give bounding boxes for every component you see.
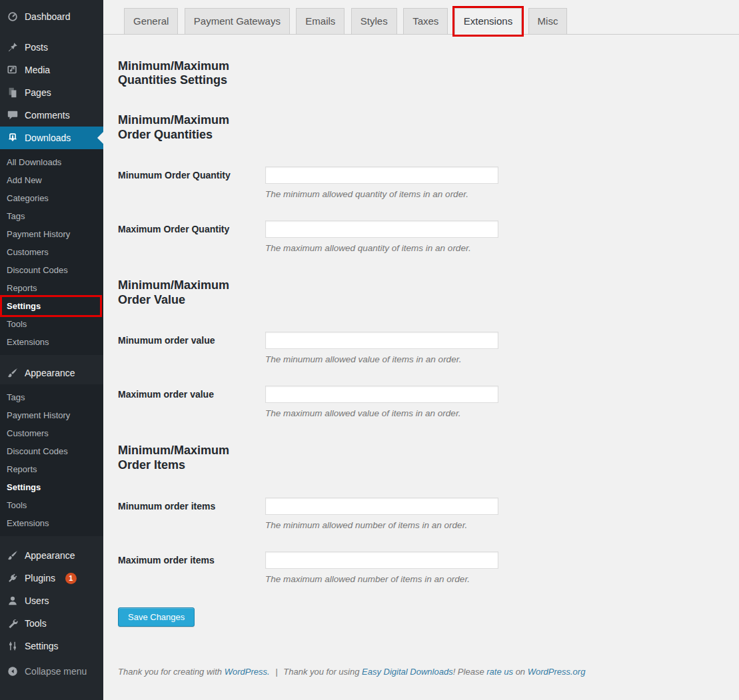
download-icon — [6, 131, 19, 145]
field-description: The maximum allowed quantity of items in… — [265, 243, 498, 253]
sidebar-item-tools[interactable]: Tools — [0, 612, 103, 635]
current-menu-arrow-icon — [97, 132, 103, 144]
edd-link[interactable]: Easy Digital Downloads — [362, 667, 453, 677]
save-changes-button[interactable]: Save Changes — [118, 607, 195, 627]
sidebar-item-pages[interactable]: Pages — [0, 81, 103, 104]
plug-icon — [6, 571, 19, 585]
tab-emails[interactable]: Emails — [296, 8, 345, 35]
admin-sidebar: Dashboard Posts Media Pages — [0, 0, 103, 700]
sidebar-subitem-customers2[interactable]: Customers — [0, 424, 103, 442]
sliders-icon — [6, 639, 19, 653]
field-label: Minumum order value — [118, 332, 265, 364]
sidebar-item-label: Posts — [25, 42, 48, 53]
sidebar-subitem-discount-codes[interactable]: Discount Codes — [0, 261, 103, 279]
sidebar-item-downloads[interactable]: Downloads — [0, 127, 103, 149]
sidebar-item-appearance-2[interactable]: Appearance — [0, 544, 103, 567]
sidebar-subitem-reports[interactable]: Reports — [0, 279, 103, 297]
tab-general[interactable]: General — [124, 8, 178, 35]
sidebar-subitem-tools2[interactable]: Tools — [0, 496, 103, 514]
max-order-value-input[interactable] — [265, 386, 498, 403]
field-description: The maximum allowed value of items in an… — [265, 408, 498, 418]
sidebar-subitem-payment-history[interactable]: Payment History — [0, 225, 103, 243]
admin-menu-bottom: Appearance Plugins 1 Users Tools — [0, 536, 103, 683]
media-icon — [6, 63, 19, 77]
sidebar-subitem-tools[interactable]: Tools — [0, 315, 103, 333]
sidebar-subitem-tags[interactable]: Tags — [0, 207, 103, 225]
sidebar-subitem-categories[interactable]: Categories — [0, 189, 103, 207]
field-control: The maximum allowed value of items in an… — [265, 386, 498, 418]
sidebar-subitem-all-downloads[interactable]: All Downloads — [0, 153, 103, 171]
sidebar-item-plugins[interactable]: Plugins 1 — [0, 567, 103, 589]
sidebar-subitem-payment-history2[interactable]: Payment History — [0, 406, 103, 424]
sidebar-item-media[interactable]: Media — [0, 59, 103, 81]
sidebar-subitem-customers[interactable]: Customers — [0, 243, 103, 261]
max-order-items-input[interactable] — [265, 551, 498, 569]
sidebar-subitem-tags2[interactable]: Tags — [0, 388, 103, 406]
collapse-arrow-icon — [6, 665, 19, 678]
field-description: The minimum allowed number of items in a… — [265, 520, 498, 530]
settings-tab-bar: General Payment Gateways Emails Styles T… — [103, 0, 739, 35]
tab-extensions[interactable]: Extensions — [454, 8, 522, 35]
plugins-update-badge: 1 — [65, 573, 77, 584]
min-order-value-input[interactable] — [265, 332, 498, 349]
field-label: Maximum order value — [118, 386, 265, 418]
sidebar-item-label: Users — [25, 595, 49, 606]
field-control: The minumum allowed value of items in an… — [265, 332, 498, 364]
sidebar-item-label: Collapse menu — [25, 666, 87, 677]
tab-misc[interactable]: Misc — [528, 8, 568, 35]
paintbrush-icon — [6, 366, 19, 380]
sidebar-item-label: Settings — [25, 641, 59, 651]
field-row-max-order-quantity: Maximum Order Quantity The maximum allow… — [118, 220, 712, 253]
sidebar-item-settings[interactable]: Settings — [0, 635, 103, 657]
field-label: Maximum Order Quantity — [118, 220, 265, 253]
sidebar-item-posts[interactable]: Posts — [0, 36, 103, 59]
sidebar-item-label: Appearance — [25, 550, 75, 561]
rate-us-link[interactable]: rate us — [486, 667, 513, 677]
collapse-menu-button[interactable]: Collapse menu — [0, 660, 103, 683]
wordpress-org-link[interactable]: WordPress.org — [528, 667, 586, 677]
footer-separator: | — [275, 667, 277, 677]
field-control: The minimum allowed number of items in a… — [265, 498, 498, 530]
sidebar-subitem-extensions2[interactable]: Extensions — [0, 514, 103, 532]
footer-text: Thank you for creating with — [118, 667, 222, 677]
sidebar-item-users[interactable]: Users — [0, 589, 103, 612]
dashboard-icon — [6, 10, 19, 23]
downloads-submenu: All Downloads Add New Categories Tags Pa… — [0, 149, 103, 355]
sidebar-item-label: Appearance — [25, 368, 75, 378]
sidebar-item-label: Plugins — [25, 573, 55, 583]
sidebar-subitem-add-new[interactable]: Add New — [0, 171, 103, 189]
min-order-quantity-input[interactable] — [265, 167, 498, 184]
tab-taxes[interactable]: Taxes — [403, 8, 448, 35]
wordpress-link[interactable]: WordPress. — [225, 667, 270, 677]
sidebar-subitem-settings2[interactable]: Settings — [0, 478, 103, 496]
admin-menu: Dashboard Posts Media Pages — [0, 0, 103, 149]
admin-menu-appearance-group: Appearance — [0, 355, 103, 384]
sidebar-item-label: Comments — [25, 110, 70, 121]
sidebar-item-dashboard[interactable]: Dashboard — [0, 5, 103, 28]
sidebar-item-comments[interactable]: Comments — [0, 104, 103, 127]
sidebar-subitem-reports2[interactable]: Reports — [0, 460, 103, 478]
field-description: The minimum allowed quantity of items in… — [265, 189, 498, 199]
tab-payment-gateways[interactable]: Payment Gateways — [185, 8, 290, 35]
max-order-quantity-input[interactable] — [265, 220, 498, 238]
sidebar-item-label: Downloads — [25, 133, 71, 143]
comment-icon — [6, 109, 19, 122]
field-control: The maximum allowed quantity of items in… — [265, 220, 498, 253]
sidebar-item-label: Tools — [25, 618, 47, 629]
field-description: The minumum allowed value of items in an… — [265, 354, 498, 364]
field-description: The maximum allowed number of items in a… — [265, 574, 498, 584]
wordpress-admin: Dashboard Posts Media Pages — [0, 0, 739, 700]
field-label: Minumum Order Quantity — [118, 167, 265, 199]
sidebar-subitem-settings[interactable]: Settings — [0, 297, 103, 315]
sidebar-subitem-discount-codes2[interactable]: Discount Codes — [0, 442, 103, 460]
settings-form: Minimum/Maximum Quantities Settings Mini… — [103, 59, 739, 677]
admin-footer: Thank you for creating with WordPress. |… — [118, 667, 712, 677]
field-row-min-order-value: Minumum order value The minumum allowed … — [118, 332, 712, 364]
sidebar-item-label: Media — [25, 65, 50, 75]
sidebar-subitem-extensions[interactable]: Extensions — [0, 333, 103, 351]
page-title: Minimum/Maximum Quantities Settings — [118, 59, 255, 88]
sidebar-item-appearance[interactable]: Appearance — [0, 362, 103, 384]
tab-styles[interactable]: Styles — [351, 8, 397, 35]
min-order-items-input[interactable] — [265, 498, 498, 515]
section-heading-order-quantities: Minimum/Maximum Order Quantities — [118, 113, 255, 142]
